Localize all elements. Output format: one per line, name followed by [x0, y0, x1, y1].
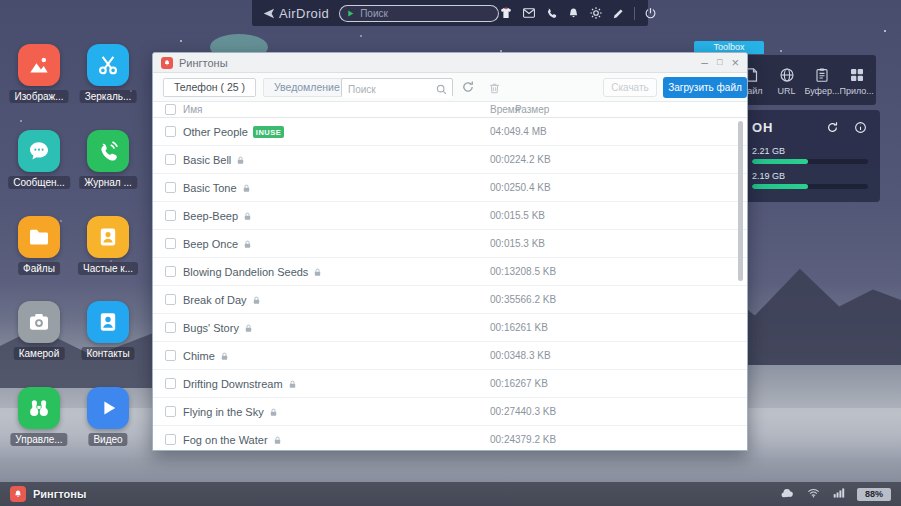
taskbar-app-ringtones[interactable]: Рингтоны — [10, 486, 86, 502]
desktop-icon-label: Зеркаль... — [80, 90, 137, 103]
tab-notification[interactable]: Уведомление — [263, 78, 351, 97]
row-checkbox[interactable] — [165, 294, 176, 305]
row-checkbox[interactable] — [165, 378, 176, 389]
desktop-icon-label: Частые к... — [78, 262, 138, 275]
desktop-icon-mirror[interactable] — [87, 44, 129, 86]
upload-file-button[interactable]: Загрузить файл — [663, 77, 747, 98]
desktop-icon-video[interactable] — [87, 387, 129, 429]
topbar-divider — [634, 7, 635, 20]
desktop-icon-frequent-contacts[interactable] — [87, 216, 129, 258]
ringtone-size: 50.4 KB — [515, 182, 551, 193]
desktop-icon-call-log[interactable] — [87, 130, 129, 172]
device-name-partial: ОН — [752, 120, 774, 135]
table-row[interactable]: Basic Tone 00:02 50.4 KB — [153, 174, 747, 202]
window-titlebar[interactable]: Рингтоны – □ × — [153, 53, 747, 73]
table-row[interactable]: Break of Day 00:35 566.2 KB — [153, 286, 747, 314]
desktop-icon-contacts[interactable] — [87, 301, 129, 343]
row-checkbox[interactable] — [165, 434, 176, 445]
maximize-button[interactable]: □ — [717, 58, 722, 67]
table-row[interactable]: Beep-Beep 00:01 5.5 KB — [153, 202, 747, 230]
table-row[interactable]: Basic Bell 00:02 24.2 KB — [153, 146, 747, 174]
lock-icon — [243, 240, 252, 249]
ringtone-time: 00:02 — [490, 154, 515, 165]
table-row[interactable]: Flying in the Sky 00:27 440.3 KB — [153, 398, 747, 426]
themes-icon[interactable] — [499, 6, 513, 20]
table-row[interactable]: Bugs' Story 00:16 261 KB — [153, 314, 747, 342]
contacts-icon — [96, 310, 120, 334]
desktop-icon-manage[interactable] — [18, 387, 60, 429]
desktop-icon-files[interactable] — [18, 216, 60, 258]
ringtone-name: Chime — [183, 350, 215, 362]
ringtone-size: 5.5 KB — [515, 210, 545, 221]
topbar-search[interactable] — [339, 5, 499, 22]
play-triangle-icon — [346, 9, 355, 18]
ringtone-name: Basic Tone — [183, 182, 237, 194]
ringtone-name: Other People — [183, 126, 248, 138]
wifi-icon[interactable] — [806, 485, 821, 503]
table-row[interactable]: Blowing Dandelion Seeds 00:13 208.5 KB — [153, 258, 747, 286]
phone-icon[interactable] — [545, 7, 558, 20]
row-checkbox[interactable] — [165, 154, 176, 165]
pencil-icon[interactable] — [612, 7, 625, 20]
scissors-icon — [96, 53, 120, 77]
download-button[interactable]: Скачать — [603, 78, 657, 97]
refresh-icon[interactable] — [461, 80, 475, 98]
desktop-icon-camera[interactable] — [18, 301, 60, 343]
close-button[interactable]: × — [731, 56, 739, 69]
lock-icon — [236, 156, 245, 165]
table-row[interactable]: Chime 00:03 48.3 KB — [153, 342, 747, 370]
ringtone-time: 00:16 — [490, 378, 515, 389]
ringtone-time: 00:03 — [490, 350, 515, 361]
desktop-icon-label: Видео — [88, 433, 127, 446]
row-checkbox[interactable] — [165, 126, 176, 137]
window-toolbar: Телефон ( 25 ) Уведомление Будильник Ска… — [153, 73, 747, 102]
search-icon[interactable] — [435, 82, 448, 100]
table-row[interactable]: Fog on the Water 00:24 379.2 KB — [153, 426, 747, 451]
trash-icon[interactable] — [488, 81, 501, 99]
lock-icon — [244, 324, 253, 333]
battery-indicator[interactable]: 88% — [857, 488, 891, 501]
toolbox-item-label: URL — [777, 86, 795, 96]
row-checkbox[interactable] — [165, 350, 176, 361]
toolbox-item-clipboard[interactable]: Буфер... — [805, 67, 839, 96]
ringtone-time: 00:35 — [490, 294, 515, 305]
toolbox-item-apps[interactable]: Прило... — [840, 67, 874, 96]
ringtones-app-icon — [161, 57, 173, 69]
table-row[interactable]: Drifting Downstream 00:16 267 KB — [153, 370, 747, 398]
row-checkbox[interactable] — [165, 322, 176, 333]
window-title: Рингтоны — [179, 57, 228, 69]
ringtone-time: 00:24 — [490, 434, 515, 445]
scrollbar-thumb[interactable] — [738, 121, 743, 281]
tab-phone[interactable]: Телефон ( 25 ) — [163, 78, 256, 97]
bell-icon[interactable] — [567, 7, 580, 20]
chat-icon — [27, 139, 51, 163]
topbar-search-input[interactable] — [360, 8, 492, 19]
ringtone-size: 9.4 MB — [515, 126, 547, 137]
storage-bar — [752, 184, 868, 189]
ringtone-name: Bugs' Story — [183, 322, 239, 334]
table-row[interactable]: Other PeopleINUSE 04:04 9.4 MB — [153, 118, 747, 146]
desktop-icon-messages[interactable] — [18, 130, 60, 172]
row-checkbox[interactable] — [165, 266, 176, 277]
info-icon[interactable] — [854, 120, 867, 138]
select-all-checkbox[interactable] — [165, 104, 176, 115]
row-checkbox[interactable] — [165, 210, 176, 221]
window-search[interactable] — [341, 78, 453, 97]
ringtone-size: 48.3 KB — [515, 350, 551, 361]
lock-icon — [252, 296, 261, 305]
desktop-icon-images[interactable] — [18, 44, 60, 86]
row-checkbox[interactable] — [165, 182, 176, 193]
mail-icon[interactable] — [522, 6, 536, 20]
row-checkbox[interactable] — [165, 238, 176, 249]
row-checkbox[interactable] — [165, 406, 176, 417]
cloud-icon[interactable] — [779, 485, 795, 503]
minimize-button[interactable]: – — [701, 57, 708, 69]
table-row[interactable]: Beep Once 00:01 5.3 KB — [153, 230, 747, 258]
signal-icon[interactable] — [832, 485, 846, 503]
power-icon[interactable] — [644, 7, 657, 20]
toolbox-item-url[interactable]: URL — [770, 67, 804, 96]
ringtone-time: 00:16 — [490, 322, 515, 333]
refresh-icon[interactable] — [826, 120, 839, 138]
inuse-badge: INUSE — [253, 126, 284, 138]
gear-icon[interactable] — [589, 6, 603, 20]
